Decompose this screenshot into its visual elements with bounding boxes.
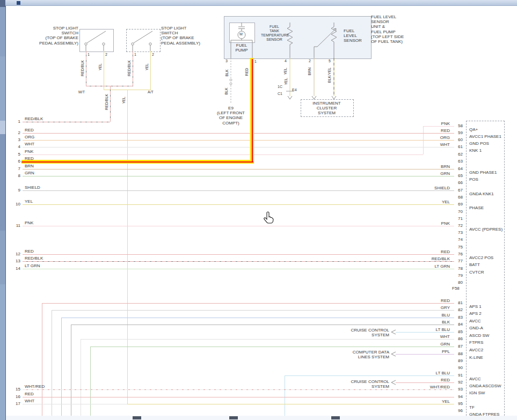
wiring-diagram-viewport[interactable]: 1RED/BLK2RED3ORG4WHT5PNK6RED7BRN8GRN9SHI… xyxy=(0,0,517,420)
scrollbar-mark[interactable] xyxy=(331,416,340,419)
row-7-wire-0[interactable] xyxy=(23,169,454,170)
wire-81-v[interactable] xyxy=(42,303,42,420)
yel-drop-wire[interactable] xyxy=(127,90,128,404)
left-pin-number-3: 3 xyxy=(11,137,20,142)
instrument-cluster-label: INSTRUMENT CLUSTER SYSTEM xyxy=(301,101,353,116)
ecm-pin-label-95: TF xyxy=(469,405,475,410)
ecm-pin-number-66: 66 xyxy=(452,180,463,185)
level-pin2-color: BRN xyxy=(308,68,312,76)
row-13-wire-0[interactable] xyxy=(23,261,454,262)
row-15-wire-0[interactable] xyxy=(23,389,454,390)
ecm-pin-number-80: 80 xyxy=(452,280,463,285)
ecm-pin-number-86: 86 xyxy=(452,336,463,341)
ecm-pin-number-60: 60 xyxy=(452,137,463,142)
wire-91-v[interactable] xyxy=(285,375,285,420)
sw2-pin1-color: RED/BLK xyxy=(127,60,132,76)
sw1-pin1-number: 1 xyxy=(88,53,90,57)
ecm-pin-wire-77: RED/BLK xyxy=(425,256,450,261)
fuel-pump-label: FUEL PUMP xyxy=(233,43,250,53)
bottom-scroll-track[interactable] xyxy=(5,416,517,420)
ecm-pin-label-84: GND-A xyxy=(469,326,483,330)
cruise-control-callout-1: CRUISE CONTROL SYSTEM xyxy=(329,328,389,337)
left-wire-label-16: RED xyxy=(25,392,34,396)
connector-f58: F58 xyxy=(452,286,460,291)
row-3-wire-0[interactable] xyxy=(23,140,454,141)
row-10-wire-0[interactable] xyxy=(23,204,454,205)
ground-wire-color: BLK xyxy=(224,87,229,94)
row-4-wire-0[interactable] xyxy=(23,147,454,148)
sw2-pin2-color: YEL xyxy=(145,63,149,70)
wire-81-h[interactable] xyxy=(42,303,454,304)
window-icon xyxy=(17,1,20,5)
row-17-wire-0[interactable] xyxy=(23,404,127,404)
row-1-wire-0[interactable] xyxy=(23,122,110,122)
ecm-pin-wire-86: WHT xyxy=(425,334,450,339)
ecm-pin-number-75: 75 xyxy=(452,245,463,249)
ecm-pin-number-63: 63 xyxy=(452,159,463,164)
ecm-pin-number-69: 69 xyxy=(452,202,463,207)
ecm-pin-number-85: 85 xyxy=(452,329,463,334)
highlighted-wire-core-0[interactable] xyxy=(21,161,253,163)
ecm-pin-label-86: FTPRS xyxy=(469,340,483,345)
scrollbar-mark[interactable] xyxy=(133,416,141,419)
ecm-pin-label-77: BATT xyxy=(469,262,480,267)
window-edge xyxy=(0,0,6,420)
left-pin-number-9: 9 xyxy=(11,188,20,193)
window-titlebar xyxy=(5,0,517,6)
window-edge-segment xyxy=(0,231,5,284)
ecm-pin-number-84: 84 xyxy=(452,322,463,327)
ecm-pin-number-96: 96 xyxy=(452,408,463,413)
row-2-wire-0[interactable] xyxy=(23,133,454,134)
row-5-wire-0[interactable] xyxy=(23,154,423,155)
ecm-pin-number-94: 94 xyxy=(452,394,463,399)
scrollbar-mark[interactable] xyxy=(229,416,238,419)
ecm-pin-wire-85: LT BLU xyxy=(425,327,450,332)
redblk-drop-wire[interactable] xyxy=(110,86,111,122)
wire-87-v[interactable] xyxy=(90,347,91,420)
ecm-pin-wire-59: RED xyxy=(425,128,450,133)
sw2-pin1-number: 1 xyxy=(134,53,136,57)
row-17-wire-1[interactable] xyxy=(127,404,454,404)
e9-annotation: E9 (LEFT FRONT OF ENGINE COMPT) xyxy=(213,106,249,126)
left-pin-number-11: 11 xyxy=(11,223,20,228)
sw1-pin1-wire[interactable] xyxy=(86,51,86,86)
ecm-pin-number-64: 64 xyxy=(452,166,463,171)
ecm-pin-label-92: GNDA ASCDSW xyxy=(469,384,501,388)
redblk-merge-wire[interactable] xyxy=(86,86,133,86)
wire-84-h[interactable] xyxy=(71,325,454,325)
wire-86-h[interactable] xyxy=(81,339,454,340)
row-14-wire-0[interactable] xyxy=(23,269,454,269)
row-11-wire-0[interactable] xyxy=(23,226,454,226)
left-pin-number-10: 10 xyxy=(11,202,20,207)
ecm-pin-wire-91: LT BLU xyxy=(425,371,450,375)
diagram-symbols xyxy=(0,0,517,420)
ecm-pin-wire-78: LT GRN xyxy=(425,264,450,269)
ecm-pin-label-93: IGN SW xyxy=(469,390,485,395)
row-12-wire-0[interactable] xyxy=(23,254,454,255)
ecm-pin-label-65: POS xyxy=(469,177,478,182)
sw1-pin2-number: 2 xyxy=(105,53,107,57)
wire-86-v[interactable] xyxy=(81,339,81,420)
ecm-pin-wire-64: BRN xyxy=(425,164,450,169)
wire-84-v[interactable] xyxy=(71,325,71,420)
sw2-pin1-wire[interactable] xyxy=(133,51,133,86)
ecm-pin-number-70: 70 xyxy=(452,209,463,214)
yel-drop-label: YEL xyxy=(122,97,126,104)
highlighted-wire-core-1[interactable] xyxy=(252,59,253,162)
row-16-wire-0[interactable] xyxy=(23,397,454,397)
wire-83-v[interactable] xyxy=(61,318,62,420)
sw1-pin2-wire[interactable] xyxy=(104,51,104,90)
wire-83-h[interactable] xyxy=(61,318,454,318)
wire-87-h[interactable] xyxy=(90,347,454,347)
row-9-wire-0[interactable] xyxy=(23,190,454,191)
left-pin-number-17: 17 xyxy=(11,401,20,406)
stop-light-switch-1-label: STOP LIGHT SWITCH (TOP OF BRAKE PEDAL AS… xyxy=(30,26,78,46)
left-wire-label-1: RED/BLK xyxy=(25,116,43,121)
left-wire-label-6: RED xyxy=(25,156,34,161)
ecm-pin-number-77: 77 xyxy=(452,259,463,263)
row-8-wire-0[interactable] xyxy=(23,176,454,176)
pump-pin1-color: RED xyxy=(245,68,249,76)
ecm-pin-wire-60: ORG xyxy=(425,135,450,140)
sw2-pin2-wire[interactable] xyxy=(150,51,151,90)
wire-82-h[interactable] xyxy=(52,310,454,311)
